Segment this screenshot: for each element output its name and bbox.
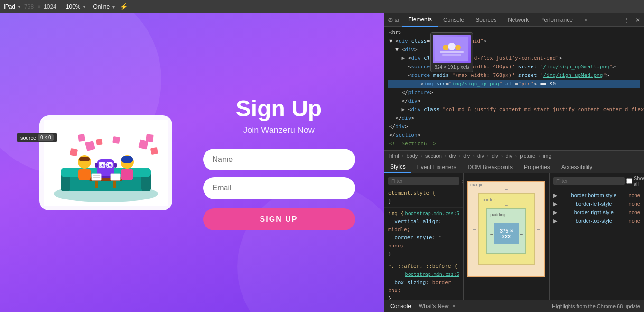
browser-pane: source 0 × 0 [0,13,384,312]
svg-point-40 [443,45,448,50]
breadcrumb-section[interactable]: section [424,153,443,159]
img-source-link[interactable]: bootstrap.min.css:6 [405,209,459,217]
svg-rect-24 [121,169,133,180]
lower-panels: :hov .cls + element.style { } img [384,173,644,300]
breadcrumb-div2[interactable]: div [462,153,471,159]
tree-line: <source media="(max-width: 480px)" srcse… [388,63,640,71]
tab-more[interactable]: » [579,13,593,27]
svg-rect-10 [78,169,91,180]
tree-line: <source media="(max-width: 768px)" srcse… [388,71,640,80]
panel-tabs: Styles Event Listeners DOM Breakpoints P… [384,161,644,173]
panel-tab-dom-breakpoints[interactable]: DOM Breakpoints [462,161,518,173]
svg-rect-27 [69,148,77,156]
signup-content: Sign Up Join Wanzeru Now SIGN UP [0,86,384,240]
breadcrumb-picture[interactable]: picture [519,153,536,159]
svg-rect-22 [114,163,117,168]
style-rule-universal: *, ::after, ::before { bootstrap.min.css… [384,260,463,300]
style-prop-border-style: border-style: * none; [388,234,459,250]
breadcrumb-body[interactable]: body [405,153,419,159]
acc-prop-border-right-style: ▶ border-right-style none [553,208,640,217]
padding-box: padding – – 375 × 222 [486,208,526,254]
breadcrumb-html[interactable]: html [388,153,400,159]
svg-rect-43 [442,54,461,56]
margin-left-val: – [473,227,476,232]
style-close-img: } [388,250,459,258]
svg-rect-30 [150,147,158,154]
tree-line: ▼ <div> [388,46,640,54]
source-badge: 0 × 0 [38,134,54,141]
svg-point-16 [109,164,111,166]
devtools-topbar: ⚙ ⊡ Elements Console Sources Network Per… [384,13,644,27]
panel-tab-properties[interactable]: Properties [518,161,556,173]
console-tab-btn[interactable]: Console [388,303,413,310]
margin-label: margin [470,182,484,187]
devtools-close-icon[interactable]: × [635,15,640,24]
margin-top-val: – [473,187,540,192]
zoom-selector[interactable]: 100% [66,3,81,10]
breadcrumb-div4[interactable]: div [491,153,499,159]
padding-right-val: – [520,231,523,236]
acc-prop-border-bottom-style: ▶ border-bottom-style none [553,191,640,199]
tab-console[interactable]: Console [438,13,470,27]
svg-rect-33 [112,136,120,144]
tab-elements[interactable]: Elements [402,13,438,27]
email-input[interactable] [203,177,355,199]
whatsnew-close-btn[interactable]: × [452,303,456,310]
box-model-visual: margin – – border – – [467,181,545,277]
content-dimensions: 375 × 222 [500,228,513,239]
whatsnew-tab-btn[interactable]: What's New × [417,303,457,310]
device-selector[interactable]: iPad [4,3,15,10]
panel-tab-styles[interactable]: Styles [384,161,411,173]
show-all-label[interactable]: Show all [626,175,644,187]
universal-source-link[interactable]: bootstrap.min.css:6 [405,270,459,278]
online-selector[interactable]: Online [93,3,110,10]
dock-icon[interactable]: ⊡ [395,16,399,24]
svg-point-41 [455,45,461,50]
network-throttle-icon[interactable]: ⚡ [120,3,128,10]
name-input[interactable] [203,149,355,170]
breadcrumb-div5[interactable]: div [504,153,513,159]
devtools-pane: ⚙ ⊡ Elements Console Sources Network Per… [384,13,644,312]
breadcrumb-div3[interactable]: div [476,153,485,159]
signup-button[interactable]: SIGN UP [203,208,355,230]
tree-line: <br> [388,28,640,37]
more-icon[interactable]: ⋮ [630,3,640,10]
main-area: source 0 × 0 [0,13,644,312]
styles-filter-input[interactable] [388,177,459,185]
image-preview-tooltip: 324 × 191 pixels [430,32,473,72]
accessibility-panel: Show all ▶ border-bottom-style none ▶ bo… [549,173,644,300]
tree-line: </picture> [388,88,640,97]
panel-tab-accessibility[interactable]: Accessibility [556,161,598,173]
svg-point-39 [448,43,456,50]
panel-tab-event-listeners[interactable]: Event Listeners [411,161,462,173]
tab-sources[interactable]: Sources [470,13,502,27]
settings-icon[interactable]: ⚙ [388,15,393,24]
tab-performance[interactable]: Performance [534,13,579,27]
svg-rect-28 [78,134,85,142]
console-bar: Console What's New × Highlights from the… [384,300,644,312]
border-top-val: – [483,202,531,208]
online-arrow: ▾ [112,4,115,9]
devtools-more-icon[interactable]: ⋮ [623,16,630,24]
breadcrumb-img[interactable]: img [542,153,552,159]
svg-rect-42 [440,51,464,53]
svg-rect-32 [96,139,102,145]
tree-line-selected[interactable]: ... <img src="img/sign_up.png" alt="pic"… [388,80,640,88]
style-selector-universal: *, ::after, ::before { bootstrap.min.css… [388,262,459,270]
style-close-universal: } [388,294,459,300]
border-bottom-val: – [483,255,531,260]
show-all-text: Show all [634,175,644,187]
show-all-checkbox[interactable] [626,178,632,184]
tree-line: <!--Section6--> [388,140,640,148]
breadcrumb-div1[interactable]: div [448,153,457,159]
tab-network[interactable]: Network [502,13,534,27]
padding-top-val: – [490,217,523,222]
top-toolbar: iPad ▾ 768 × 1024 100% ▾ Online ▾ ⚡ ⋮ [0,0,644,13]
accessibility-filter-input[interactable] [553,177,625,185]
padding-left-val: – [490,231,493,236]
padding-label: padding [490,212,523,217]
accessibility-filter-bar: Show all [550,173,644,189]
margin-bottom-val: – [473,266,540,271]
style-rule-img: img { bootstrap.min.css:6 vertical-align… [384,208,463,260]
accessibility-prop-list: ▶ border-bottom-style none ▶ border-left… [550,189,644,227]
